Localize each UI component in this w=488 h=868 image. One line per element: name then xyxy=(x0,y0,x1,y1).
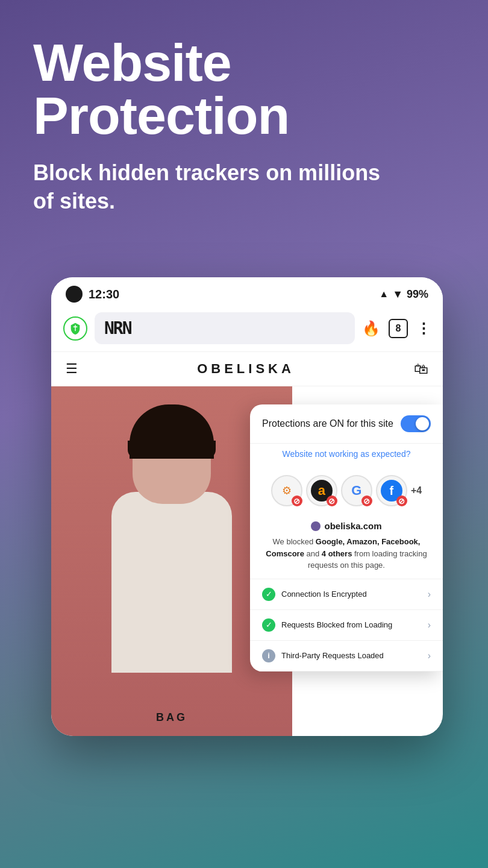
person-figure xyxy=(75,398,268,736)
status-row-left-third-party: i Third-Party Requests Loaded xyxy=(262,649,384,662)
chevron-third-party: › xyxy=(428,650,431,661)
camera-dot xyxy=(66,286,83,303)
phone-mockup: 12:30 ▲ ▼ 99% NRN 🔥 8 ⋮ ☰ OBELISKA 🛍 xyxy=(51,277,443,736)
tracker-emoji-1: ⚙ xyxy=(282,484,292,497)
status-bar-left: 12:30 xyxy=(66,286,119,303)
panel-header: Protections are ON for this site xyxy=(250,404,443,444)
blocked-badge-1: ⊘ xyxy=(292,495,302,506)
site-info: obeliska.com We blocked Google, Amazon, … xyxy=(250,514,443,579)
tab-count[interactable]: 8 xyxy=(389,319,408,338)
blocked-badge-facebook: ⊘ xyxy=(396,495,407,506)
more-trackers-count: +4 xyxy=(411,485,422,496)
tracker-icon-google: G ⊘ xyxy=(341,475,372,506)
person-head xyxy=(133,410,211,504)
shield-icon xyxy=(69,322,82,335)
domain-dot xyxy=(311,521,321,531)
person-bangs xyxy=(128,441,216,459)
hero-title: WebsiteProtection xyxy=(33,36,455,142)
person-body xyxy=(111,492,232,673)
panel-link-area: Website not working as expected? xyxy=(250,444,443,468)
browser-icons: 🔥 8 ⋮ xyxy=(362,319,431,338)
check-icon-encrypted: ✓ xyxy=(262,588,275,601)
wifi-icon: ▼ xyxy=(392,288,403,301)
trackers-row: ⚙ ⊘ a ⊘ G ⊘ f ⊘ +4 xyxy=(250,468,443,514)
blocked-badge-google: ⊘ xyxy=(361,495,372,506)
blocked-label: Requests Blocked from Loading xyxy=(281,620,392,629)
battery-level: 99% xyxy=(407,288,428,301)
more-menu-icon[interactable]: ⋮ xyxy=(416,320,431,337)
third-party-label: Third-Party Requests Loaded xyxy=(281,651,384,660)
blocked-badge-amazon: ⊘ xyxy=(327,495,337,506)
photo-label: BAG xyxy=(156,711,187,724)
url-text: NRN xyxy=(104,318,131,338)
url-bar[interactable]: NRN xyxy=(95,312,355,344)
status-row-left-encrypted: ✓ Connection Is Encrypted xyxy=(262,588,367,601)
info-icon-third-party: i xyxy=(262,649,275,662)
browser-bar: NRN 🔥 8 ⋮ xyxy=(51,307,443,352)
panel-header-text: Protections are ON for this site xyxy=(262,418,393,429)
tracker-icon-facebook: f ⊘ xyxy=(376,475,407,506)
website-nav: ☰ OBELISKA 🛍 xyxy=(51,352,443,386)
check-icon-blocked: ✓ xyxy=(262,618,275,632)
website-not-working-link[interactable]: Website not working as expected? xyxy=(283,449,411,459)
google-icon: G xyxy=(351,483,361,498)
shield-logo[interactable] xyxy=(63,316,87,341)
chevron-blocked: › xyxy=(428,620,431,631)
status-row-encrypted[interactable]: ✓ Connection Is Encrypted › xyxy=(250,579,443,610)
signal-icon: ▲ xyxy=(379,289,389,300)
status-row-blocked[interactable]: ✓ Requests Blocked from Loading › xyxy=(250,610,443,641)
site-brand: OBELISKA xyxy=(197,361,295,377)
status-row-third-party[interactable]: i Third-Party Requests Loaded › xyxy=(250,641,443,671)
domain-name: obeliska.com xyxy=(324,521,381,531)
hero-section: WebsiteProtection Block hidden trackers … xyxy=(0,0,488,234)
status-bar-right: ▲ ▼ 99% xyxy=(379,288,428,301)
cart-icon[interactable]: 🛍 xyxy=(414,360,428,377)
status-rows: ✓ Connection Is Encrypted › ✓ Requests B… xyxy=(250,579,443,671)
status-time: 12:30 xyxy=(89,288,119,301)
status-bar: 12:30 ▲ ▼ 99% xyxy=(51,277,443,307)
encrypted-label: Connection Is Encrypted xyxy=(281,590,367,599)
tracker-icon-1: ⚙ ⊘ xyxy=(271,475,302,506)
protection-panel: Protections are ON for this site Website… xyxy=(250,404,443,671)
fire-icon[interactable]: 🔥 xyxy=(362,320,380,337)
toggle-knob xyxy=(416,417,429,430)
status-row-left-blocked: ✓ Requests Blocked from Loading xyxy=(262,618,392,632)
tracker-icon-amazon: a ⊘ xyxy=(306,475,337,506)
site-description: We blocked Google, Amazon, Facebook, Com… xyxy=(262,536,431,571)
chevron-encrypted: › xyxy=(428,589,431,600)
hero-subtitle: Block hidden trackers on millions of sit… xyxy=(33,159,383,216)
hamburger-icon[interactable]: ☰ xyxy=(66,361,78,377)
content-area: BAG Protections are ON for this site Web… xyxy=(51,386,443,736)
site-domain: obeliska.com xyxy=(262,521,431,531)
protections-toggle[interactable] xyxy=(401,415,431,432)
